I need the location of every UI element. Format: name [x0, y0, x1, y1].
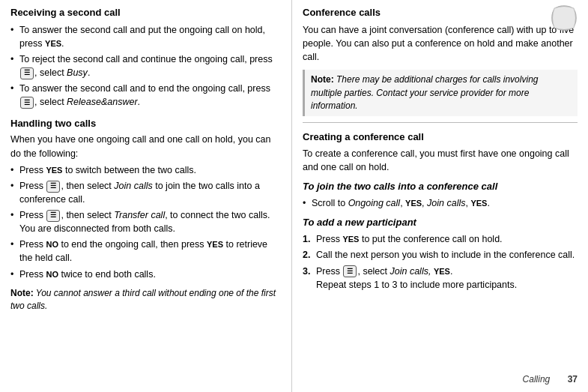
busy-label: Busy — [67, 67, 88, 78]
left-heading-1: Receiving a second call — [10, 6, 281, 20]
no-label: NO — [46, 240, 58, 249]
list-item: Press ☰, then select Join calls to join … — [10, 179, 281, 206]
yes-label-2: YES — [207, 240, 223, 249]
left-bullets-2: Press YES to switch between the two call… — [10, 163, 281, 281]
yes-label: YES — [45, 39, 61, 48]
note-content: You cannot answer a third call without e… — [10, 288, 276, 311]
right-heading-2: Creating a conference call — [303, 130, 578, 145]
yes-label: YES — [46, 166, 62, 175]
yes-label-6: YES — [434, 267, 450, 276]
note-label: Note: — [10, 288, 34, 298]
corner-decoration-icon — [551, 4, 578, 31]
menu-key-icon-3: ☰ — [46, 181, 60, 193]
left-column: Receiving a second call To answer the se… — [0, 0, 292, 392]
join-bullets: Scroll to Ongoing call, YES, Join calls,… — [303, 196, 578, 210]
transfer-call-label: Transfer call — [114, 210, 165, 220]
yes-label-5: YES — [342, 235, 359, 244]
join-calls-label-3: Join calls, — [390, 266, 431, 277]
list-item: 1. Press YES to put the conference call … — [303, 232, 578, 246]
list-item: To reject the second call and continue t… — [10, 52, 281, 79]
right-heading-1: Conference calls — [303, 6, 578, 20]
step-num: 1. — [303, 232, 310, 246]
steps-list: 1. Press YES to put the conference call … — [303, 232, 578, 292]
ongoing-call-label: Ongoing call — [348, 198, 401, 208]
yes-label-4: YES — [470, 199, 487, 208]
list-item: Press NO twice to end both calls. — [10, 268, 281, 281]
release-label: Release&answer — [67, 97, 138, 107]
left-bullets-1: To answer the second call and put the on… — [10, 23, 281, 109]
creating-conf-intro: To create a conference call, you must fi… — [303, 147, 578, 174]
list-item: To answer the second call and put the on… — [10, 23, 281, 50]
note-label-right: Note: — [311, 74, 336, 85]
join-calls-label-2: Join calls — [427, 198, 465, 208]
step-num: 2. — [303, 248, 310, 262]
list-item: Press NO to end the ongoing call, then p… — [10, 238, 281, 265]
footer: Calling 37 — [523, 373, 578, 386]
left-heading-2: Handling two calls — [10, 117, 281, 131]
divider — [303, 122, 578, 123]
note-box: Note: There may be additional charges fo… — [303, 70, 578, 116]
menu-key-icon-2: ☰ — [20, 97, 34, 109]
list-item: 2. Call the next person you wish to incl… — [303, 248, 578, 262]
step-num: 3. — [303, 265, 310, 278]
conference-intro: You can have a joint conversation (confe… — [303, 23, 578, 64]
italic-heading-1: To join the two calls into a conference … — [303, 180, 578, 194]
list-item: 3. Press ☰, select Join calls, YES. Repe… — [303, 265, 578, 292]
footer-label: Calling — [523, 374, 551, 385]
italic-heading-2: To add a new participant — [303, 216, 578, 230]
right-column: Conference calls You can have a joint co… — [292, 0, 588, 392]
menu-key-icon-5: ☰ — [343, 265, 357, 277]
footer-number: 37 — [568, 374, 578, 385]
menu-key-icon: ☰ — [20, 67, 34, 79]
list-item: Press YES to switch between the two call… — [10, 163, 281, 177]
left-note: Note: You cannot answer a third call wit… — [10, 287, 281, 313]
list-item: To answer the second call and to end the… — [10, 82, 281, 109]
handling-intro: When you have one ongoing call and one c… — [10, 133, 281, 160]
join-calls-label: Join calls — [114, 181, 152, 191]
no-label-2: NO — [46, 270, 58, 279]
list-item: Scroll to Ongoing call, YES, Join calls,… — [303, 196, 578, 210]
menu-key-icon-4: ☰ — [46, 210, 60, 222]
list-item: Press ☰, then select Transfer call, to c… — [10, 208, 281, 235]
note-content-right: There may be additional charges for call… — [311, 74, 538, 111]
yes-label-3: YES — [405, 199, 422, 208]
